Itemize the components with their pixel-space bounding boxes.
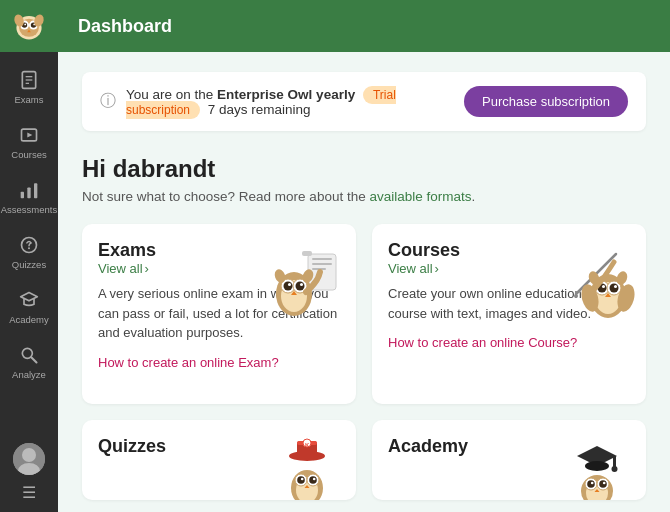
sidebar-logo — [0, 0, 58, 52]
exams-view-all-link[interactable]: View all › — [98, 261, 156, 276]
academy-icon — [19, 290, 39, 310]
banner-text: You are on the Enterprise Owl yearly Tri… — [126, 87, 454, 117]
assessments-icon — [19, 180, 39, 200]
quiz-owl-icon: K — [275, 436, 340, 500]
greeting-title: Hi dabrandt — [82, 155, 646, 183]
sidebar-item-assessments-label: Assessments — [1, 204, 58, 215]
courses-card-title: Courses — [388, 240, 460, 261]
plan-name: Enterprise Owl yearly — [217, 87, 355, 102]
available-formats-link[interactable]: available formats — [369, 189, 471, 204]
academy-card: Academy — [372, 420, 646, 500]
quizzes-card-title: Quizzes — [98, 436, 166, 457]
svg-point-53 — [614, 285, 617, 288]
svg-rect-29 — [312, 258, 332, 260]
svg-rect-30 — [312, 263, 332, 265]
svg-rect-19 — [34, 183, 37, 198]
svg-point-37 — [284, 282, 293, 291]
quizzes-icon — [19, 235, 39, 255]
courses-card: Courses View all › — [372, 224, 646, 404]
svg-point-68 — [297, 476, 305, 484]
svg-rect-18 — [27, 188, 30, 199]
svg-point-81 — [587, 480, 595, 488]
exams-how-to-link[interactable]: How to create an online Exam? — [98, 355, 279, 370]
academy-owl-icon — [565, 436, 630, 500]
svg-point-6 — [24, 23, 26, 25]
main-content: Dashboard ⓘ You are on the Enterprise Ow… — [58, 0, 670, 512]
page-title: Dashboard — [78, 16, 172, 37]
sidebar-item-academy[interactable]: Academy — [0, 280, 58, 335]
svg-point-52 — [602, 285, 605, 288]
svg-point-45 — [574, 294, 578, 298]
sidebar-item-exams-label: Exams — [14, 94, 43, 105]
exams-card: Exams View all › — [82, 224, 356, 404]
avatar[interactable] — [13, 443, 45, 475]
courses-view-all-link[interactable]: View all › — [388, 261, 460, 276]
menu-icon[interactable]: ☰ — [22, 483, 36, 502]
user-avatar-icon — [13, 443, 45, 475]
exams-illustration — [266, 234, 346, 328]
svg-point-82 — [599, 480, 607, 488]
purchase-subscription-button[interactable]: Purchase subscription — [464, 86, 628, 117]
svg-point-51 — [610, 284, 619, 293]
svg-point-75 — [612, 466, 618, 472]
svg-point-83 — [591, 482, 594, 485]
exam-owl-icon — [266, 234, 346, 324]
sidebar-item-quizzes-label: Quizzes — [12, 259, 46, 270]
svg-point-21 — [28, 247, 30, 249]
svg-text:K: K — [305, 442, 310, 448]
svg-rect-17 — [21, 192, 24, 199]
svg-rect-32 — [302, 251, 312, 256]
sidebar-item-courses[interactable]: Courses — [0, 115, 58, 170]
svg-point-84 — [603, 482, 606, 485]
courses-how-to-link[interactable]: How to create an online Course? — [388, 335, 577, 350]
svg-point-71 — [313, 478, 316, 481]
academy-card-title: Academy — [388, 436, 468, 457]
app-logo-icon — [11, 8, 47, 44]
svg-point-38 — [296, 282, 305, 291]
analyze-icon — [19, 345, 39, 365]
courses-illustration — [556, 234, 636, 328]
sidebar-item-analyze[interactable]: Analyze — [0, 335, 58, 390]
course-owl-icon — [556, 234, 636, 324]
sidebar-item-assessments[interactable]: Assessments — [0, 170, 58, 225]
topbar: Dashboard — [58, 0, 670, 52]
svg-point-40 — [300, 283, 303, 286]
svg-point-76 — [585, 461, 609, 471]
sidebar-item-quizzes[interactable]: Quizzes — [0, 225, 58, 280]
courses-icon — [19, 125, 39, 145]
svg-point-70 — [301, 478, 304, 481]
svg-line-24 — [32, 358, 37, 363]
content-area: ⓘ You are on the Enterprise Owl yearly T… — [58, 52, 670, 512]
sidebar: Exams Courses Assessments Quizzes Academ… — [0, 0, 58, 512]
info-icon: ⓘ — [100, 91, 116, 112]
exams-card-title: Exams — [98, 240, 156, 261]
quizzes-card: Quizzes K — [82, 420, 356, 500]
cards-grid: Exams View all › — [82, 224, 646, 404]
svg-point-39 — [288, 283, 291, 286]
sidebar-item-exams[interactable]: Exams — [0, 60, 58, 115]
greeting-subtitle: Not sure what to choose? Read more about… — [82, 189, 646, 204]
subscription-banner: ⓘ You are on the Enterprise Owl yearly T… — [82, 72, 646, 131]
greeting-section: Hi dabrandt Not sure what to choose? Rea… — [82, 155, 646, 204]
sidebar-bottom: ☰ — [0, 443, 58, 512]
svg-point-69 — [309, 476, 317, 484]
bottom-cards-grid: Quizzes K — [82, 420, 646, 500]
sidebar-item-academy-label: Academy — [9, 314, 49, 325]
svg-marker-16 — [27, 133, 32, 138]
svg-point-26 — [22, 448, 36, 462]
svg-marker-22 — [21, 293, 38, 301]
sidebar-item-courses-label: Courses — [11, 149, 46, 160]
sidebar-item-analyze-label: Analyze — [12, 369, 46, 380]
exam-icon — [19, 70, 39, 90]
